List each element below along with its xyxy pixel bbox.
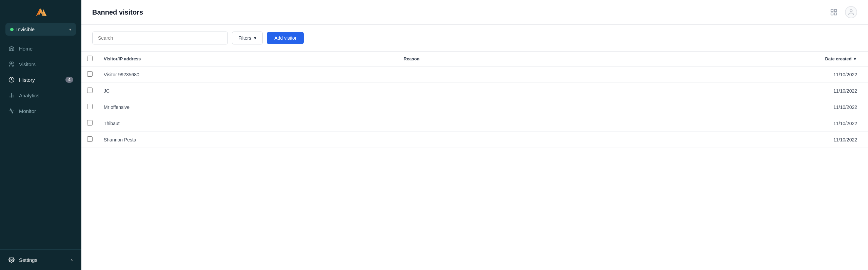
sidebar-item-analytics[interactable]: Analytics: [3, 88, 79, 103]
row-date: 11/10/2022: [566, 99, 868, 115]
table-row: Visitor 99235680 11/10/2022: [81, 66, 868, 83]
logo-icon: [33, 7, 48, 18]
row-visitor: Mr offensive: [98, 99, 398, 115]
table-row: Mr offensive 11/10/2022: [81, 99, 868, 115]
table-header: Visitor/IP address Reason Date created ▼: [81, 52, 868, 66]
sidebar-item-analytics-label: Analytics: [19, 93, 39, 98]
row-checkbox-cell: [81, 115, 98, 132]
home-icon: [8, 45, 15, 52]
row-checkbox-cell: [81, 83, 98, 99]
row-checkbox-4[interactable]: [87, 136, 93, 142]
top-bar-right: [828, 6, 857, 18]
row-visitor: Thibaut: [98, 115, 398, 132]
svg-point-8: [11, 259, 13, 261]
svg-rect-10: [834, 9, 836, 12]
table-row: JC 11/10/2022: [81, 83, 868, 99]
table-row: Thibaut 11/10/2022: [81, 115, 868, 132]
row-reason: [398, 99, 566, 115]
row-checkbox-2[interactable]: [87, 104, 93, 109]
row-date: 11/10/2022: [566, 83, 868, 99]
svg-rect-9: [831, 9, 833, 12]
row-date: 11/10/2022: [566, 66, 868, 83]
monitor-icon: [8, 108, 15, 114]
row-reason: [398, 66, 566, 83]
page-title: Banned visitors: [92, 8, 143, 16]
logo: [0, 0, 81, 23]
row-checkbox-cell: [81, 132, 98, 148]
history-badge: 4: [65, 77, 73, 83]
table-body: Visitor 99235680 11/10/2022 JC 11/10/202…: [81, 66, 868, 148]
status-selector[interactable]: Invisible ▾: [5, 23, 76, 36]
table-header-checkbox: [81, 52, 98, 66]
top-bar: Banned visitors: [81, 0, 868, 25]
filters-chevron-icon: ▾: [254, 35, 256, 41]
grid-icon: [830, 8, 837, 16]
sidebar-item-history[interactable]: History 4: [3, 72, 79, 87]
svg-point-13: [850, 10, 852, 12]
table-header-visitor: Visitor/IP address: [98, 52, 398, 66]
row-reason: [398, 115, 566, 132]
row-checkbox-0[interactable]: [87, 71, 93, 77]
nav-items: Home Visitors History 4: [0, 41, 81, 249]
filters-label: Filters: [238, 35, 251, 41]
svg-rect-11: [831, 13, 833, 15]
status-label: Invisible: [16, 26, 66, 32]
user-avatar-button[interactable]: [845, 6, 857, 18]
row-date: 11/10/2022: [566, 132, 868, 148]
main-content: Banned visitors Filters ▾: [81, 0, 868, 270]
grid-view-button[interactable]: [828, 6, 840, 18]
settings-label: Settings: [19, 257, 37, 263]
settings-chevron-icon: ∧: [70, 257, 73, 262]
history-icon: [8, 76, 15, 83]
row-checkbox-cell: [81, 66, 98, 83]
sidebar-item-home-label: Home: [19, 46, 33, 52]
banned-visitors-table-container: Visitor/IP address Reason Date created ▼…: [81, 52, 868, 270]
banned-visitors-table: Visitor/IP address Reason Date created ▼…: [81, 52, 868, 148]
filters-button[interactable]: Filters ▾: [232, 32, 263, 44]
row-checkbox-1[interactable]: [87, 88, 93, 93]
table-row: Shannon Pesta 11/10/2022: [81, 132, 868, 148]
row-visitor: Visitor 99235680: [98, 66, 398, 83]
settings-icon: [8, 256, 15, 263]
select-all-checkbox[interactable]: [87, 56, 93, 61]
row-visitor: JC: [98, 83, 398, 99]
visitors-icon: [8, 61, 15, 68]
row-reason: [398, 83, 566, 99]
row-visitor: Shannon Pesta: [98, 132, 398, 148]
svg-rect-12: [834, 13, 836, 15]
sidebar: Invisible ▾ Home Visitors: [0, 0, 81, 270]
status-dot: [10, 28, 14, 31]
row-checkbox-cell: [81, 99, 98, 115]
table-header-date[interactable]: Date created ▼: [566, 52, 868, 66]
sidebar-item-visitors[interactable]: Visitors: [3, 57, 79, 72]
sidebar-item-monitor-label: Monitor: [19, 108, 36, 114]
sidebar-item-settings[interactable]: Settings ∧: [3, 252, 79, 267]
settings-section: Settings ∧: [0, 249, 81, 270]
sidebar-item-home[interactable]: Home: [3, 41, 79, 56]
toolbar: Filters ▾ Add visitor: [81, 25, 868, 52]
search-input[interactable]: [92, 32, 228, 44]
status-chevron-icon: ▾: [69, 27, 71, 32]
svg-point-3: [10, 62, 12, 64]
sidebar-item-history-label: History: [19, 77, 35, 83]
row-date: 11/10/2022: [566, 115, 868, 132]
analytics-icon: [8, 92, 15, 99]
add-visitor-button[interactable]: Add visitor: [267, 32, 304, 44]
row-checkbox-3[interactable]: [87, 120, 93, 126]
sidebar-item-visitors-label: Visitors: [19, 61, 36, 67]
user-icon: [848, 9, 854, 16]
row-reason: [398, 132, 566, 148]
table-header-reason: Reason: [398, 52, 566, 66]
sidebar-item-monitor[interactable]: Monitor: [3, 103, 79, 118]
